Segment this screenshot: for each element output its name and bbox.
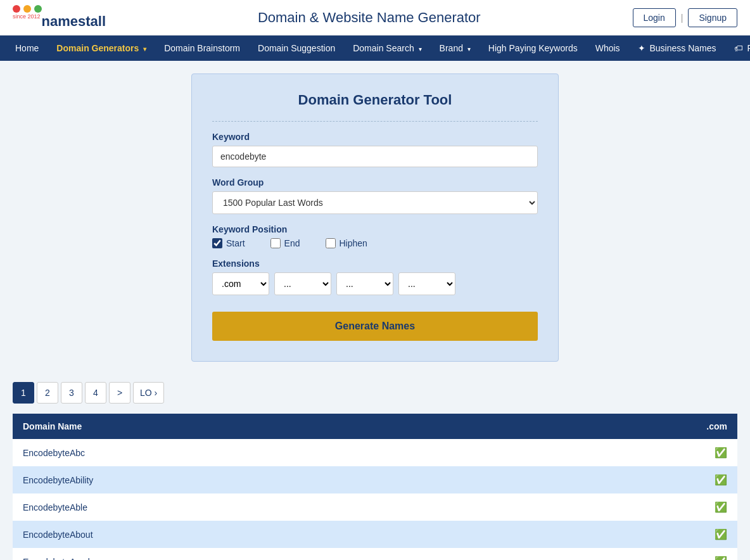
nav-domain-brainstorm[interactable]: Domain Brainstorm (155, 35, 249, 61)
ext-select-1[interactable]: .com (212, 272, 269, 295)
logo-dots (13, 5, 42, 13)
page-next-button[interactable]: > (109, 382, 130, 404)
nav-domain-suggestion[interactable]: Domain Suggestion (249, 35, 344, 61)
top-bar: since 2012 namestall Domain & Website Na… (0, 0, 750, 35)
brand-arrow: ▾ (467, 46, 471, 53)
position-hyphen-label[interactable]: Hiphen (326, 238, 367, 248)
business-icon: ✦ (638, 43, 645, 53)
ext-select-2[interactable]: ... (274, 272, 331, 295)
available-icon: ✅ (715, 502, 727, 512)
nav-domain-search[interactable]: Domain Search ▾ (344, 35, 430, 61)
login-button[interactable]: Login (633, 8, 676, 27)
generate-button[interactable]: Generate Names (212, 312, 538, 341)
nav-home[interactable]: Home (6, 35, 48, 61)
availability-cell: ✅ (533, 521, 737, 548)
extensions-row: .com ... ... ... (212, 272, 538, 295)
pagination: 1 2 3 4 > LO › (13, 377, 737, 409)
logo-name: namestall (42, 13, 106, 30)
word-group-label: Word Group (212, 177, 538, 188)
position-end-text: End (284, 238, 300, 248)
nav-pricing[interactable]: 🏷 Pricing (725, 35, 750, 61)
logo-text: since 2012 namestall (13, 13, 106, 30)
table-body: EncodebyteAbc✅EncodebyteAbility✅Encodeby… (13, 439, 737, 560)
col-ext: .com (533, 414, 737, 439)
domain-name-cell[interactable]: EncodebyteAbility (13, 466, 533, 493)
main-content: Domain Generator Tool Keyword Word Group… (0, 61, 750, 560)
keyword-group: Keyword (212, 132, 538, 167)
table-header: Domain Name .com (13, 414, 737, 439)
nav-brand[interactable]: Brand ▾ (431, 35, 480, 61)
table-header-row: Domain Name .com (13, 414, 737, 439)
position-start-checkbox[interactable] (212, 238, 222, 248)
table-row: EncodebyteAcademy✅ (13, 548, 737, 560)
col-domain-name: Domain Name (13, 414, 533, 439)
keyword-input[interactable] (212, 146, 538, 167)
ext-select-4[interactable]: ... (398, 272, 455, 295)
word-group-group: Word Group 1500 Popular Last Words (212, 177, 538, 214)
nav-domain-generators[interactable]: Domain Generators ▾ (48, 35, 155, 61)
ext-select-3[interactable]: ... (336, 272, 393, 295)
extensions-label: Extensions (212, 258, 538, 269)
tool-card: Domain Generator Tool Keyword Word Group… (191, 73, 559, 362)
position-end-label[interactable]: End (270, 238, 300, 248)
position-end-checkbox[interactable] (270, 238, 281, 248)
availability-cell: ✅ (533, 493, 737, 521)
domain-name-cell[interactable]: EncodebyteAble (13, 493, 533, 521)
logo-area: since 2012 namestall (13, 5, 106, 30)
available-icon: ✅ (715, 474, 727, 485)
keyword-position-group: Keyword Position Start End Hiphen (212, 224, 538, 248)
position-hyphen-checkbox[interactable] (326, 238, 336, 248)
domain-name-cell[interactable]: EncodebyteAbc (13, 439, 533, 466)
main-nav: Home Domain Generators ▾ Domain Brainsto… (0, 35, 750, 61)
nav-high-paying[interactable]: High Paying Keywords (480, 35, 587, 61)
nav-business-names[interactable]: ✦ Business Names (629, 35, 725, 61)
domain-name-cell[interactable]: EncodebyteAcademy (13, 548, 533, 560)
page-3-button[interactable]: 3 (61, 382, 82, 404)
signup-button[interactable]: Signup (688, 8, 737, 27)
available-icon: ✅ (715, 556, 727, 560)
keyword-position-row: Start End Hiphen (212, 238, 538, 248)
pricing-icon: 🏷 (734, 43, 743, 53)
extensions-group: Extensions .com ... ... ... (212, 258, 538, 295)
results-table: Domain Name .com EncodebyteAbc✅Encodebyt… (13, 414, 737, 560)
table-row: EncodebyteAble✅ (13, 493, 737, 521)
domain-search-arrow: ▾ (419, 46, 422, 53)
dot-yellow (23, 5, 31, 13)
availability-cell: ✅ (533, 439, 737, 466)
dot-green (34, 5, 42, 13)
dot-red (13, 5, 20, 13)
form-divider (212, 121, 538, 122)
page-1-button[interactable]: 1 (13, 382, 34, 404)
keyword-label: Keyword (212, 132, 538, 142)
availability-cell: ✅ (533, 466, 737, 493)
stall-part: stall (78, 13, 106, 29)
table-row: EncodebyteAbout✅ (13, 521, 737, 548)
position-start-label[interactable]: Start (212, 238, 245, 248)
word-group-select[interactable]: 1500 Popular Last Words (212, 191, 538, 214)
page-lo-button[interactable]: LO › (133, 382, 164, 404)
available-icon: ✅ (715, 447, 727, 458)
domain-generators-arrow: ▾ (143, 46, 146, 53)
position-start-text: Start (226, 238, 245, 248)
keyword-position-label: Keyword Position (212, 224, 538, 234)
nav-whois[interactable]: Whois (587, 35, 629, 61)
position-hyphen-text: Hiphen (340, 238, 367, 248)
page-2-button[interactable]: 2 (37, 382, 58, 404)
table-row: EncodebyteAbility✅ (13, 466, 737, 493)
auth-separator: | (681, 13, 683, 23)
site-title: Domain & Website Name Generator (258, 10, 481, 26)
page-4-button[interactable]: 4 (85, 382, 106, 404)
domain-name-cell[interactable]: EncodebyteAbout (13, 521, 533, 548)
tool-title: Domain Generator Tool (212, 92, 538, 108)
name-part: name (42, 13, 78, 29)
availability-cell: ✅ (533, 548, 737, 560)
since-text: since 2012 (13, 13, 41, 20)
available-icon: ✅ (715, 529, 727, 540)
table-row: EncodebyteAbc✅ (13, 439, 737, 466)
auth-area: Login | Signup (633, 8, 738, 27)
